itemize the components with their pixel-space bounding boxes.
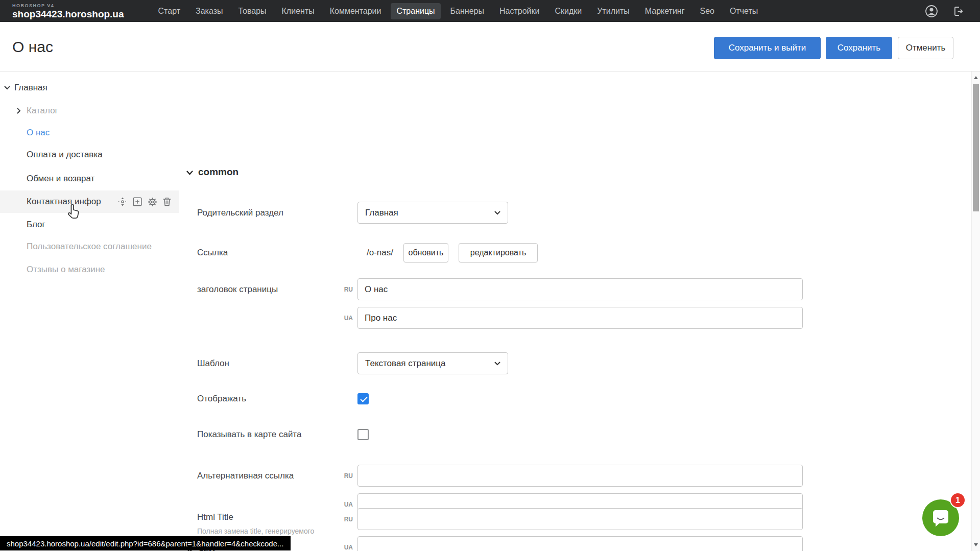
link-path-value: /o-nas/	[357, 243, 393, 262]
chevron-down-icon	[494, 211, 500, 215]
chevron-down-icon	[186, 166, 193, 178]
sidebar-item-home[interactable]: Главная	[0, 77, 179, 99]
page-edit-form: common Родительский раздел Главная Ссылк…	[179, 71, 971, 551]
html-title-ua-input[interactable]	[357, 536, 803, 551]
select-value: Главная	[365, 208, 398, 218]
section-header-common[interactable]: common	[186, 166, 238, 178]
lang-tag-ua: UA	[330, 536, 353, 551]
pagebar: О нас Сохранить и выйти Сохранить Отмени…	[0, 22, 980, 71]
sidebar-item-label: Каталог	[27, 106, 58, 116]
logout-icon[interactable]	[952, 5, 965, 17]
nav-marketing[interactable]: Маркетинг	[639, 3, 690, 19]
tree-row-actions	[118, 190, 171, 213]
cancel-button[interactable]: Отменить	[898, 37, 953, 59]
sidebar-item-reviews[interactable]: Отзывы о магазине	[0, 258, 179, 281]
template-label: Шаблон	[197, 352, 229, 374]
page-title: О нас	[12, 22, 53, 71]
nav-banners[interactable]: Баннеры	[445, 3, 490, 19]
topbar-icons	[925, 5, 980, 18]
delete-trash-icon[interactable]	[163, 197, 171, 206]
nav-comments[interactable]: Комментарии	[324, 3, 387, 19]
nav-utilities[interactable]: Утилиты	[591, 3, 635, 19]
settings-gear-icon[interactable]	[148, 197, 157, 207]
link-label: Ссылка	[197, 243, 228, 262]
sidebar-item-label: Пользовательское соглашение	[27, 242, 152, 252]
sidebar-item-label: Отзывы о магазине	[27, 265, 105, 275]
nav-clients[interactable]: Клиенты	[276, 3, 320, 19]
lang-tag-ru: RU	[330, 465, 353, 487]
sidebar-item-catalog[interactable]: Каталог	[0, 100, 179, 122]
topbar: HOROSHOP V4 shop34423.horoshop.ua Старт …	[0, 0, 980, 22]
chat-widget-button[interactable]: 1	[922, 499, 959, 536]
brand-version: HOROSHOP V4	[12, 4, 124, 8]
sidebar-item-label: Контактная инфор	[27, 197, 101, 207]
lang-tag-ua: UA	[330, 307, 353, 329]
sidebar-item-about[interactable]: О нас	[0, 122, 179, 144]
link-edit-button[interactable]: редактировать	[459, 243, 538, 262]
sidebar-item-agreement[interactable]: Пользовательское соглашение	[0, 235, 179, 258]
nav-reports[interactable]: Отчеты	[724, 3, 763, 19]
user-profile-icon[interactable]	[925, 5, 938, 18]
page-title-ua-input[interactable]	[357, 307, 803, 329]
sidebar-item-exchange[interactable]: Обмен и возврат	[0, 167, 179, 190]
horoshop-admin-screen: HOROSHOP V4 shop34423.horoshop.ua Старт …	[0, 0, 980, 551]
alt-link-ru-input[interactable]	[357, 465, 803, 487]
sitemap-label: Показывать в карте сайта	[197, 428, 301, 441]
chevron-right-icon[interactable]	[17, 108, 21, 114]
nav-settings[interactable]: Настройки	[494, 3, 545, 19]
section-title: common	[198, 166, 238, 178]
move-icon[interactable]	[118, 197, 127, 206]
html-title-label: Html Title	[197, 512, 233, 523]
chat-unread-badge: 1	[950, 492, 966, 508]
lang-tag-ru: RU	[330, 508, 353, 530]
sidebar-item-label: Блог	[27, 220, 45, 230]
alt-link-label: Альтернативная ссылка	[197, 465, 294, 487]
add-page-icon[interactable]	[133, 197, 142, 206]
sitemap-checkbox[interactable]	[357, 429, 369, 440]
html-title-ru-input[interactable]	[357, 508, 803, 530]
brand-logo[interactable]: HOROSHOP V4 shop34423.horoshop.ua	[12, 4, 124, 19]
sidebar-item-blog[interactable]: Блог	[0, 213, 179, 236]
display-label: Отображать	[197, 393, 246, 405]
save-and-exit-button[interactable]: Сохранить и выйти	[714, 37, 821, 59]
link-update-button[interactable]: обновить	[403, 243, 448, 262]
nav-start[interactable]: Старт	[153, 3, 186, 19]
brand-domain: shop34423.horoshop.ua	[12, 9, 124, 19]
content-area: Главная Каталог О нас Оплата и доставка …	[0, 71, 980, 551]
nav-products[interactable]: Товары	[233, 3, 272, 19]
page-title-label: заголовок страницы	[197, 278, 278, 300]
browser-status-bar: shop34423.horoshop.ua/edit/edit.php?id=6…	[0, 536, 291, 550]
parent-section-select[interactable]: Главная	[357, 202, 508, 224]
display-checkbox[interactable]	[357, 393, 369, 404]
scroll-up-arrow[interactable]	[974, 76, 978, 79]
nav-orders[interactable]: Заказы	[190, 3, 228, 19]
chevron-down-icon	[494, 362, 500, 366]
nav-pages[interactable]: Страницы	[391, 3, 440, 19]
vertical-scrollbar[interactable]	[971, 71, 980, 551]
sidebar-item-label: Оплата и доставка	[27, 150, 103, 160]
sidebar-item-label: О нас	[27, 128, 50, 138]
nav-seo[interactable]: Seo	[695, 3, 720, 19]
select-value: Текстовая страница	[365, 358, 446, 369]
save-button[interactable]: Сохранить	[826, 37, 892, 59]
lang-tag-ru: RU	[330, 278, 353, 300]
html-title-hint: Полная замена title, генерируемого	[197, 527, 314, 535]
sidebar-item-label: Главная	[14, 83, 47, 93]
chevron-down-icon[interactable]	[4, 86, 10, 90]
sidebar-item-label: Обмен и возврат	[27, 174, 94, 184]
main-nav: Старт Заказы Товары Клиенты Комментарии …	[153, 3, 764, 19]
sidebar-item-contact[interactable]: Контактная инфор	[0, 190, 179, 213]
pages-tree-sidebar: Главная Каталог О нас Оплата и доставка …	[0, 71, 179, 551]
sidebar-item-payment[interactable]: Оплата и доставка	[0, 143, 179, 166]
chat-bubble-icon	[930, 508, 951, 528]
scroll-down-arrow[interactable]	[974, 543, 978, 546]
parent-section-label: Родительский раздел	[197, 202, 283, 224]
scrollbar-thumb[interactable]	[973, 84, 979, 211]
nav-discounts[interactable]: Скидки	[549, 3, 587, 19]
page-title-ru-input[interactable]	[357, 278, 803, 300]
template-select[interactable]: Текстовая страница	[357, 352, 508, 374]
